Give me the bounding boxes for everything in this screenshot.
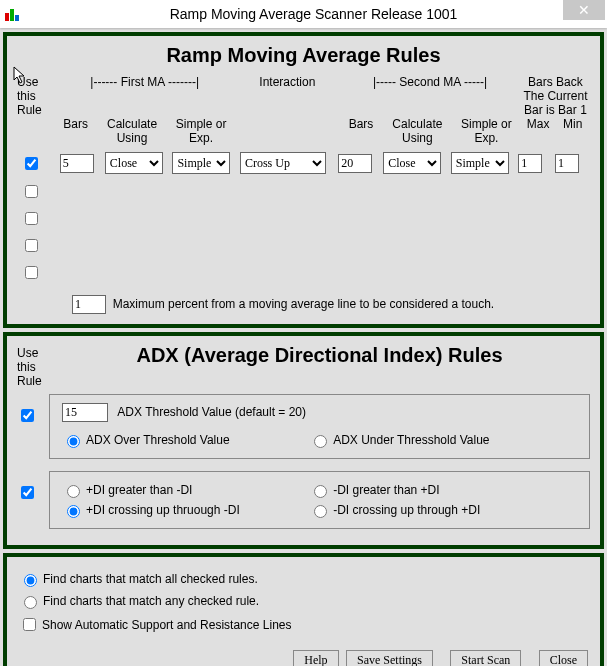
di-crossup-radio-label[interactable]: +DI crossing up thruough -DI (62, 502, 309, 518)
di-crossdown-radio[interactable] (314, 505, 327, 518)
adx-over-radio-label[interactable]: ADX Over Threshold Value (62, 432, 309, 448)
ma-header-row: Use this Rule |------ First MA -------| … (17, 75, 590, 145)
adx-rules-heading: ADX (Average Directional Index) Rules (49, 344, 590, 367)
touch-percent-label: Maximum percent from a moving average li… (113, 297, 495, 311)
help-button[interactable]: Help (293, 650, 338, 666)
app-icon (4, 6, 20, 22)
min-input[interactable] (555, 154, 579, 173)
close-button[interactable]: Close (539, 650, 588, 666)
svg-rect-0 (5, 13, 9, 21)
di-gt-radio[interactable] (67, 485, 80, 498)
ma-rule-rows: Close Simple Cross Up Close Simple (17, 147, 590, 287)
cursor-icon (13, 66, 29, 87)
adx-under-radio-label[interactable]: ADX Under Thresshold Value (309, 432, 556, 448)
use-di-rule-checkbox[interactable] (21, 486, 34, 499)
use-rule-1-checkbox[interactable] (25, 157, 38, 170)
use-this-rule-label: Use this Rule (17, 344, 49, 388)
close-window-button[interactable]: ✕ (563, 0, 605, 20)
match-all-radio[interactable] (24, 574, 37, 587)
window-title: Ramp Moving Average Scanner Release 1001 (20, 6, 607, 22)
show-lines-checkbox-label[interactable]: Show Automatic Support and Resistance Li… (19, 615, 291, 634)
adx-threshold-input[interactable] (62, 403, 108, 422)
ma-rules-heading: Ramp Moving Average Rules (17, 44, 590, 67)
max-input[interactable] (518, 154, 542, 173)
match-all-radio-label[interactable]: Find charts that match all checked rules… (19, 571, 258, 587)
svg-rect-2 (15, 15, 19, 21)
use-rule-5-checkbox[interactable] (25, 266, 38, 279)
di-crossdown-radio-label[interactable]: -DI crossing up through +DI (309, 502, 556, 518)
di-crossup-radio[interactable] (67, 505, 80, 518)
use-rule-3-checkbox[interactable] (25, 212, 38, 225)
adx-under-radio[interactable] (314, 435, 327, 448)
di-lt-radio-label[interactable]: -DI greater than +DI (309, 482, 556, 498)
start-scan-button[interactable]: Start Scan (450, 650, 521, 666)
interaction-select[interactable]: Cross Up (240, 152, 326, 174)
bars1-input[interactable] (60, 154, 94, 173)
show-lines-checkbox[interactable] (23, 618, 36, 631)
save-settings-button[interactable]: Save Settings (346, 650, 433, 666)
di-gt-radio-label[interactable]: +DI greater than -DI (62, 482, 309, 498)
use-rule-2-checkbox[interactable] (25, 185, 38, 198)
svg-rect-1 (10, 9, 14, 21)
touch-percent-input[interactable] (72, 295, 106, 314)
di-lt-radio[interactable] (314, 485, 327, 498)
adx-threshold-label: ADX Threshold Value (default = 20) (117, 405, 306, 419)
use-adx-threshold-checkbox[interactable] (21, 409, 34, 422)
bars2-input[interactable] (338, 154, 372, 173)
calc2-select[interactable]: Close (383, 152, 441, 174)
close-icon: ✕ (578, 2, 590, 18)
match-any-radio[interactable] (24, 596, 37, 609)
use-rule-4-checkbox[interactable] (25, 239, 38, 252)
type2-select[interactable]: Simple (451, 152, 509, 174)
type1-select[interactable]: Simple (172, 152, 230, 174)
calc1-select[interactable]: Close (105, 152, 163, 174)
match-any-radio-label[interactable]: Find charts that match any checked rule. (19, 593, 259, 609)
adx-over-radio[interactable] (67, 435, 80, 448)
